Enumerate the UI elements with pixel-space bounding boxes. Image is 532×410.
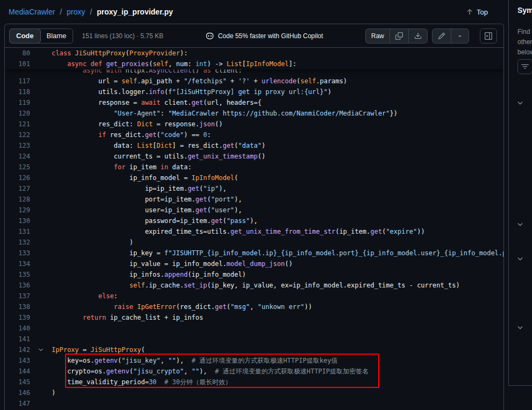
line-number[interactable]: 131 — [5, 226, 30, 237]
breadcrumb-dir-link[interactable]: proxy — [67, 8, 85, 16]
code-token: # 通过环境变量的方式获取极速HTTPIP提取加密签名 — [215, 368, 368, 375]
code-token: ProxyProvider — [130, 49, 180, 57]
fold-gutter — [30, 183, 52, 194]
collapse-chevron-icon[interactable] — [30, 344, 52, 355]
line-number[interactable]: 141 — [5, 334, 30, 344]
download-button[interactable] — [408, 29, 427, 43]
code-token: () — [191, 69, 203, 74]
code-token: client. — [160, 99, 191, 106]
line-number[interactable]: 136 — [5, 280, 30, 291]
code-token: port=ip_item. — [52, 196, 195, 203]
code-token: info — [149, 88, 165, 96]
line-number[interactable]: 133 — [5, 248, 30, 258]
code-token: ): — [180, 49, 187, 57]
code-token: f"[JiSuHttpProxy] get ip proxy url:{url}… — [168, 88, 328, 96]
code-token: self — [153, 60, 168, 68]
line-number[interactable]: 120 — [5, 108, 30, 119]
line-number[interactable]: 147 — [5, 398, 30, 409]
symbol-tree-row[interactable] — [516, 253, 524, 265]
code-token: IpProxy — [52, 346, 79, 354]
line-number[interactable]: 118 — [5, 87, 30, 97]
code-token: , — [184, 368, 191, 375]
line-number[interactable]: 130 — [5, 215, 30, 226]
tab-blame[interactable]: Blame — [40, 29, 73, 43]
line-number[interactable]: 134 — [5, 258, 30, 269]
code-token: httpx. — [125, 69, 148, 74]
line-number[interactable]: 129 — [5, 205, 30, 215]
code-token — [52, 314, 83, 321]
line-number[interactable]: 121 — [5, 119, 30, 130]
line-number[interactable]: 122 — [5, 130, 30, 140]
code-text: ip_value = ip_info_model.model_dump_json… — [52, 258, 293, 269]
line-number[interactable]: 137 — [5, 291, 30, 301]
code-line: 138 raise IpGetError(res_dict.get("msg",… — [5, 301, 503, 312]
code-token: + — [250, 77, 262, 85]
fold-gutter — [30, 59, 52, 69]
code-text: async with httpx.AsyncClient() as client… — [52, 69, 242, 76]
line-number[interactable] — [5, 69, 30, 76]
raw-button[interactable]: Raw — [366, 29, 389, 43]
code-token: def — [90, 60, 106, 68]
line-number[interactable]: 144 — [5, 366, 30, 377]
fold-gutter — [30, 248, 52, 258]
line-number[interactable]: 143 — [5, 355, 30, 366]
code-line: 123 data: List[Dict] = res_dict.get("dat… — [5, 140, 503, 151]
symbols-pane-toggle-button[interactable] — [480, 28, 497, 44]
line-number[interactable]: 127 — [5, 183, 30, 194]
edit-button[interactable] — [432, 29, 451, 43]
code-token: "unkown err" — [258, 303, 304, 311]
code-token: (url, headers={ — [203, 99, 261, 106]
tab-code[interactable]: Code — [9, 28, 41, 44]
code-token: () — [258, 153, 265, 160]
line-number[interactable]: 117 — [5, 76, 30, 87]
line-number[interactable]: 139 — [5, 312, 30, 323]
code-line: 117 url = self.api_path + "/fetchips" + … — [5, 76, 503, 87]
code-token: Dict — [157, 142, 172, 149]
breadcrumb-repo-link[interactable]: MediaCrawler — [9, 8, 55, 16]
line-number[interactable]: 101 — [5, 59, 30, 69]
line-number[interactable]: 124 — [5, 151, 30, 162]
code-token: [ — [153, 142, 157, 149]
symbol-tree-row[interactable] — [516, 97, 524, 110]
code-line: 124 current_ts = utils.get_unix_timestam… — [5, 151, 503, 162]
fold-gutter — [30, 237, 52, 248]
code-token: current_ts = utils. — [52, 153, 188, 160]
code-token: class — [52, 49, 75, 57]
code-token: : — [114, 292, 118, 300]
line-number[interactable]: 140 — [5, 323, 30, 334]
symbols-panel-title: Symbols — [517, 6, 532, 15]
symbol-tree-row[interactable] — [516, 321, 524, 334]
copy-button[interactable] — [389, 29, 408, 43]
line-number[interactable]: 132 — [5, 237, 30, 248]
line-number[interactable]: 126 — [5, 172, 30, 183]
code-line: 125 for ip_item in data: — [5, 162, 503, 172]
line-number[interactable]: 123 — [5, 140, 30, 151]
line-number[interactable]: 146 — [5, 387, 30, 398]
code-token: JiSuHttpProxy — [90, 346, 141, 354]
code-text: key=os.getenv("jisu_key", ""), # 通过环境变量的… — [52, 355, 338, 366]
fold-gutter — [30, 280, 52, 291]
line-number[interactable]: 80 — [5, 48, 30, 59]
code-token: ), — [176, 357, 191, 364]
copilot-badge[interactable]: Code 55% faster with GitHub Copilot — [205, 32, 323, 40]
symbol-tree-row[interactable] — [516, 218, 524, 231]
code-token: res_dict. — [106, 131, 145, 139]
symbols-filter-button[interactable] — [517, 59, 532, 74]
line-number[interactable]: 135 — [5, 269, 30, 280]
line-number[interactable]: 138 — [5, 301, 30, 312]
line-number[interactable]: 128 — [5, 194, 30, 205]
code-token: data: — [52, 142, 137, 149]
fold-gutter — [30, 76, 52, 87]
line-number[interactable]: 125 — [5, 162, 30, 172]
breadcrumb-file-name: proxy_ip_provider.py — [97, 8, 173, 16]
symbols-description-line: other symbols in this file by clicking a… — [517, 37, 532, 47]
line-number[interactable]: 119 — [5, 97, 30, 108]
line-number[interactable]: 142 — [5, 344, 30, 355]
code-token: in — [160, 163, 168, 171]
code-line: 126 ip_info_model = IpInfoModel( — [5, 172, 503, 183]
code-text: IpProxy = JiSuHttpProxy( — [52, 344, 145, 355]
back-to-top-button[interactable]: Top — [466, 8, 488, 16]
edit-dropdown-button[interactable] — [451, 29, 469, 43]
code-token: # 30分钟（最长时效） — [165, 378, 232, 386]
line-number[interactable]: 145 — [5, 377, 30, 387]
